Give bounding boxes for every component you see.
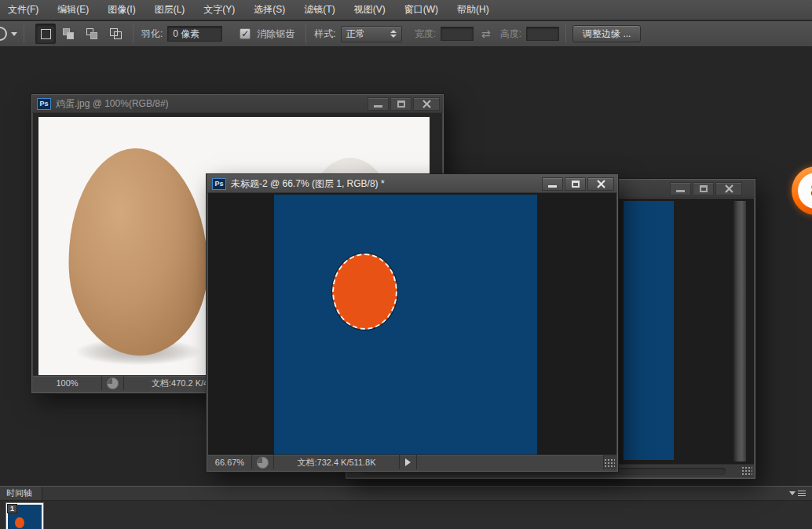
spinner-arrows-icon <box>390 30 397 38</box>
maximize-icon <box>572 181 580 188</box>
minimize-icon <box>676 190 685 192</box>
maximize-button[interactable] <box>565 177 586 191</box>
frame-thumbnail-dot <box>15 517 24 528</box>
timeline-frame-1[interactable]: 1 <box>6 503 43 529</box>
maximize-icon <box>397 100 405 108</box>
elliptical-selection[interactable] <box>332 254 397 330</box>
timeline-panel: 时间轴 1 <box>0 486 812 529</box>
minimize-button[interactable] <box>542 177 563 191</box>
status-icon-cell[interactable] <box>252 455 274 469</box>
panel-menu-triangle-icon <box>789 491 796 495</box>
status-icon-cell[interactable] <box>102 376 124 390</box>
style-label: 样式: <box>314 27 335 41</box>
menu-image[interactable]: 图像(I) <box>108 3 135 16</box>
ps-document-icon: Ps <box>37 98 51 110</box>
flyout-arrow-icon <box>405 458 411 466</box>
menu-layer[interactable]: 图层(L) <box>155 3 185 16</box>
menu-filter[interactable]: 滤镜(T) <box>304 3 335 16</box>
zoom-level-field[interactable]: 100% <box>33 376 102 390</box>
untitled-canvas[interactable] <box>274 195 537 456</box>
divider <box>24 24 24 43</box>
brown-egg-image <box>64 146 210 358</box>
ps-document-icon: Ps <box>212 178 226 190</box>
maximize-icon <box>700 185 708 192</box>
photoshop-app: 文件(F) 编辑(E) 图像(I) 图层(L) 文字(Y) 选择(S) 滤镜(T… <box>0 0 812 529</box>
menu-window[interactable]: 窗口(W) <box>404 3 438 16</box>
menu-help[interactable]: 帮助(H) <box>457 3 489 16</box>
options-bar: 羽化: 0 像素 ✓ 消除锯齿 样式: 正常 宽度: ⇄ 高度: 调整边缘 ..… <box>0 21 812 47</box>
status-flyout-button[interactable] <box>400 455 417 469</box>
efficiency-icon <box>107 378 119 389</box>
height-label: 高度: <box>500 27 521 41</box>
swap-dimensions-icon[interactable]: ⇄ <box>481 27 491 40</box>
resize-grip-icon[interactable] <box>741 466 752 476</box>
close-icon <box>597 180 605 188</box>
document-window-untitled: Ps 未标题-2 @ 66.7% (图层 1, RGB/8) * 66.67% <box>207 174 618 472</box>
chevron-down-icon <box>11 32 17 36</box>
selection-mode-group <box>35 24 126 44</box>
close-button[interactable] <box>587 177 614 191</box>
divider <box>133 24 134 43</box>
anti-alias-label: 消除锯齿 <box>257 27 294 41</box>
overlay-badge-value: 8 <box>798 173 812 209</box>
window3-canvas[interactable] <box>624 201 674 460</box>
panel-menu-lines-icon <box>798 491 806 496</box>
close-icon <box>725 184 733 193</box>
untitled-window-titlebar[interactable]: Ps 未标题-2 @ 66.7% (图层 1, RGB/8) * <box>207 175 617 193</box>
untitled-window-title: 未标题-2 @ 66.7% (图层 1, RGB/8) * <box>231 177 385 191</box>
untitled-window-content <box>208 193 616 456</box>
intersect-selection-button[interactable] <box>106 24 126 44</box>
anti-alias-checkbox[interactable]: ✓ <box>240 28 251 39</box>
minimize-button[interactable] <box>670 182 691 195</box>
tool-preset-picker[interactable] <box>0 27 17 41</box>
style-dropdown[interactable]: 正常 <box>341 26 402 42</box>
timeline-header: 时间轴 <box>0 487 812 501</box>
maximize-button[interactable] <box>693 182 714 195</box>
timeline-tab-label: 时间轴 <box>6 487 32 499</box>
width-input[interactable] <box>441 27 474 41</box>
resize-grip-icon[interactable] <box>604 458 615 468</box>
menu-edit[interactable]: 编辑(E) <box>57 3 89 16</box>
untitled-window-statusbar: 66.67% 文档:732.4 K/511.8K <box>208 454 616 469</box>
minimize-icon <box>374 105 382 108</box>
width-label: 宽度: <box>415 27 436 41</box>
frame-number-badge: 1 <box>7 504 17 513</box>
subtract-from-selection-button[interactable] <box>82 24 103 44</box>
new-selection-button[interactable] <box>35 24 56 44</box>
refine-edge-button[interactable]: 调整边缘 ... <box>572 25 641 42</box>
panel-menu-button[interactable] <box>789 491 806 496</box>
egg-window-titlebar[interactable]: Ps 鸡蛋.jpg @ 100%(RGB/8#) <box>32 95 443 113</box>
zoom-level-field[interactable]: 66.67% <box>208 455 252 469</box>
menu-type[interactable]: 文字(Y) <box>203 3 235 16</box>
minimize-button[interactable] <box>368 97 389 111</box>
timeline-tab[interactable]: 时间轴 <box>0 487 42 500</box>
menu-bar: 文件(F) 编辑(E) 图像(I) 图层(L) 文字(Y) 选择(S) 滤镜(T… <box>0 0 812 20</box>
feather-input[interactable]: 0 像素 <box>167 26 222 42</box>
divider <box>565 24 566 43</box>
menu-select[interactable]: 选择(S) <box>254 3 285 16</box>
menu-view[interactable]: 视图(V) <box>354 3 386 16</box>
close-button[interactable] <box>413 97 440 111</box>
add-to-selection-button[interactable] <box>59 24 79 44</box>
egg-window-title: 鸡蛋.jpg @ 100%(RGB/8#) <box>56 97 169 111</box>
height-input[interactable] <box>526 27 559 41</box>
close-icon <box>422 100 431 108</box>
divider <box>305 24 306 43</box>
marquee-tool-icon <box>0 27 7 41</box>
close-button[interactable] <box>715 182 742 195</box>
menu-file[interactable]: 文件(F) <box>8 3 38 16</box>
maximize-button[interactable] <box>390 97 411 111</box>
style-value: 正常 <box>346 27 365 41</box>
document-size-field[interactable]: 文档:732.4 K/511.8K <box>274 455 400 469</box>
efficiency-icon <box>257 457 269 469</box>
new-selection-icon <box>41 29 51 39</box>
feather-label: 羽化: <box>141 27 163 41</box>
minimize-icon <box>548 185 557 188</box>
window3-vertical-scrollbar[interactable] <box>733 201 746 462</box>
